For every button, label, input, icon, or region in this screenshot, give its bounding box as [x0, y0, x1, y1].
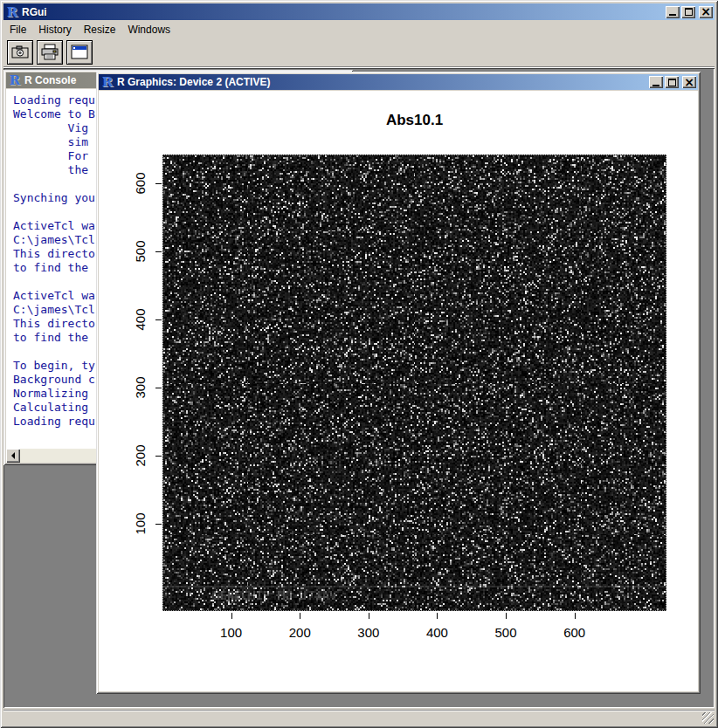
plot-title: Abs10.1 — [162, 112, 666, 129]
snapshot-button[interactable] — [7, 40, 33, 65]
x-axis-tick — [506, 613, 507, 619]
statusbar — [3, 710, 715, 725]
y-axis-tick — [155, 251, 162, 252]
camera-icon — [10, 45, 30, 60]
mdi-client-area: R R Console Loading requ Welcome to B Vi… — [3, 68, 715, 708]
y-axis-tick-label: 500 — [133, 232, 147, 271]
x-axis-tick-label: 300 — [349, 625, 388, 640]
minimize-icon — [669, 14, 676, 16]
r-logo-icon: R — [100, 75, 114, 89]
close-icon: × — [701, 7, 711, 17]
x-axis-tick-label: 600 — [556, 625, 594, 640]
y-axis-tick — [155, 524, 162, 525]
rgui-window: R RGui × File History Resize Windows — [0, 0, 718, 728]
graphics-minimize-button[interactable] — [649, 76, 663, 88]
r-logo-icon: R — [8, 73, 22, 87]
graphics-title: R Graphics: Device 2 (ACTIVE) — [117, 76, 270, 88]
plot-area: Abs10.1 10020030040050060010020030040050… — [99, 91, 698, 691]
y-axis-tick-label: 100 — [133, 505, 147, 543]
microarray-chip-image — [162, 155, 666, 611]
y-axis-tick — [155, 183, 162, 184]
scroll-left-button[interactable] — [6, 449, 20, 463]
maximize-button[interactable] — [681, 6, 695, 18]
y-axis-tick — [155, 388, 162, 388]
x-axis-tick — [437, 613, 438, 619]
r-logo-icon: R — [5, 5, 19, 19]
print-button[interactable] — [37, 40, 63, 65]
close-button[interactable]: × — [699, 6, 713, 18]
y-axis-tick-label: 600 — [133, 164, 147, 203]
main-titlebar[interactable]: R RGui × — [3, 3, 715, 20]
minimize-icon — [652, 85, 659, 86]
menu-resize[interactable]: Resize — [78, 23, 122, 37]
graphics-close-button[interactable]: × — [682, 76, 696, 88]
maximize-icon — [685, 8, 693, 16]
menubar: File History Resize Windows — [3, 22, 715, 37]
graphics-titlebar[interactable]: R R Graphics: Device 2 (ACTIVE) × — [99, 74, 698, 90]
printer-icon — [40, 44, 59, 61]
y-axis-tick-label: 400 — [133, 300, 147, 339]
x-axis-tick-label: 100 — [212, 625, 251, 640]
graphics-maximize-button[interactable] — [665, 76, 679, 88]
x-axis-tick-label: 200 — [280, 625, 319, 640]
minimize-button[interactable] — [666, 6, 680, 18]
x-axis-tick — [575, 613, 576, 619]
toolbar — [3, 38, 715, 67]
close-icon: × — [684, 78, 694, 87]
y-axis-tick-label: 300 — [133, 368, 147, 407]
x-axis-tick-label: 400 — [418, 625, 456, 640]
menu-windows[interactable]: Windows — [121, 23, 176, 37]
graphics-window: R R Graphics: Device 2 (ACTIVE) × Abs10.… — [96, 72, 701, 694]
menu-file[interactable]: File — [3, 23, 32, 37]
y-axis-tick — [155, 319, 162, 320]
x-axis-tick — [231, 613, 232, 619]
x-axis-tick — [300, 613, 300, 619]
window-icon — [70, 45, 89, 60]
console-title: R Console — [24, 74, 76, 86]
x-axis-tick — [369, 613, 369, 619]
y-axis-tick — [155, 456, 162, 457]
y-axis-tick-label: 200 — [133, 436, 147, 475]
console-focus-button[interactable] — [66, 40, 93, 65]
x-axis-tick-label: 500 — [487, 625, 525, 640]
menu-history[interactable]: History — [32, 23, 77, 37]
main-window-title: RGui — [22, 6, 47, 18]
arrow-left-icon — [11, 452, 15, 459]
maximize-icon — [668, 79, 676, 86]
resize-grip[interactable] — [702, 712, 714, 724]
